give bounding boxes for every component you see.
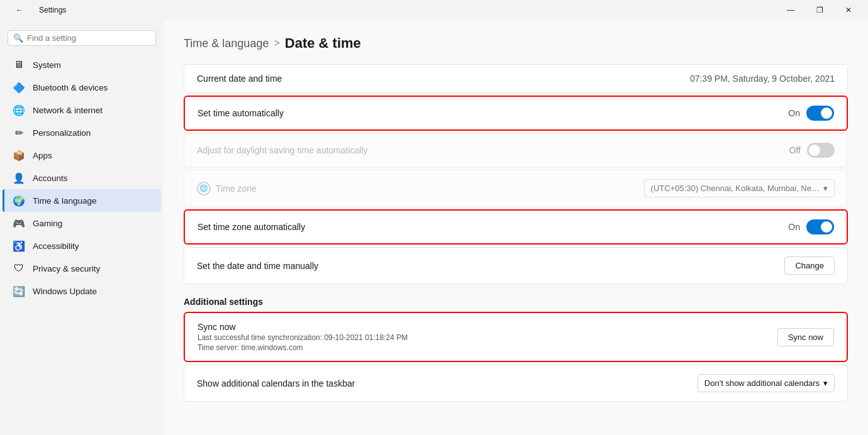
sync-info: Sync now Last successful time synchroniz… <box>198 322 408 352</box>
sidebar-item-personalization[interactable]: ✏Personalization <box>3 121 161 144</box>
sidebar-item-gaming[interactable]: 🎮Gaming <box>3 212 161 234</box>
calendars-label: Show additional calendars in the taskbar <box>197 378 355 388</box>
timezone-label: Time zone <box>216 184 257 194</box>
sidebar-item-label-network: Network & internet <box>33 106 103 115</box>
titlebar-controls: — ❐ ✕ <box>776 0 863 20</box>
sidebar-item-privacy[interactable]: 🛡Privacy & security <box>3 257 161 280</box>
sidebar-search-container[interactable]: 🔍 <box>8 30 156 46</box>
timezone-dropdown[interactable]: (UTC+05:30) Chennai, Kolkata, Mumbai, Ne… <box>644 179 835 197</box>
timezone-right: (UTC+05:30) Chennai, Kolkata, Mumbai, Ne… <box>644 179 835 197</box>
titlebar-left: ← Settings <box>5 0 66 20</box>
sidebar-item-label-system: System <box>33 60 61 70</box>
sidebar-item-label-apps: Apps <box>33 151 52 160</box>
calendars-right: Don't show additional calendars ▾ <box>698 374 835 392</box>
timezone-row: 🌐 Time zone (UTC+05:30) Chennai, Kolkata… <box>184 170 848 207</box>
titlebar-title: Settings <box>39 6 66 14</box>
current-date-row: Current date and time 07:39 PM, Saturday… <box>184 64 848 93</box>
personalization-icon: ✏ <box>13 126 25 139</box>
sidebar: 🔍 🖥System🔷Bluetooth & devices🌐Network & … <box>0 20 164 435</box>
toggle-thumb-tz <box>821 221 832 233</box>
daylight-toggle[interactable] <box>807 143 835 158</box>
sidebar-item-label-gaming: Gaming <box>33 219 62 228</box>
set-timezone-auto-label: Set time zone automatically <box>198 222 305 232</box>
set-time-auto-state: On <box>788 108 800 118</box>
breadcrumb-separator: > <box>274 38 279 49</box>
titlebar: ← Settings — ❐ ✕ <box>0 0 868 20</box>
daylight-row: Adjust for daylight saving time automati… <box>184 133 848 167</box>
timezone-value: (UTC+05:30) Chennai, Kolkata, Mumbai, Ne… <box>651 184 820 193</box>
gaming-icon: 🎮 <box>13 217 25 229</box>
set-time-auto-right: On <box>788 106 834 121</box>
close-button[interactable]: ✕ <box>834 0 863 20</box>
sidebar-item-timelang[interactable]: 🌍Time & language <box>3 189 161 212</box>
set-timezone-auto-row: Set time zone automatically On <box>184 209 848 245</box>
sidebar-item-network[interactable]: 🌐Network & internet <box>3 99 161 121</box>
sidebar-item-accessibility[interactable]: ♿Accessibility <box>3 234 161 257</box>
sidebar-item-system[interactable]: 🖥System <box>3 53 161 76</box>
toggle-thumb <box>821 107 832 119</box>
sync-now-card: Sync now Last successful time synchroniz… <box>184 312 848 362</box>
sidebar-item-label-accessibility: Accessibility <box>33 241 79 251</box>
sidebar-item-label-timelang: Time & language <box>33 196 97 206</box>
daylight-right: Off <box>789 143 835 158</box>
search-input[interactable] <box>27 33 150 43</box>
sidebar-item-bluetooth[interactable]: 🔷Bluetooth & devices <box>3 76 161 99</box>
set-manual-label: Set the date and time manually <box>197 261 318 271</box>
sidebar-item-label-accounts: Accounts <box>33 173 68 183</box>
breadcrumb-current: Date & time <box>285 35 361 52</box>
breadcrumb: Time & language > Date & time <box>184 35 848 52</box>
network-icon: 🌐 <box>13 104 25 116</box>
additional-settings-header: Additional settings <box>184 297 848 307</box>
set-manual-right: Change <box>784 256 835 275</box>
set-time-auto-label: Set time automatically <box>198 108 284 118</box>
breadcrumb-parent[interactable]: Time & language <box>184 37 269 50</box>
set-timezone-auto-toggle[interactable] <box>806 219 834 234</box>
timezone-label-container: 🌐 Time zone <box>197 182 257 195</box>
set-timezone-auto-right: On <box>788 219 834 234</box>
sidebar-item-label-winupdate: Windows Update <box>33 287 97 296</box>
current-date-value: 07:39 PM, Saturday, 9 October, 2021 <box>690 74 835 84</box>
apps-icon: 📦 <box>13 149 25 162</box>
sync-sub1: Last successful time synchronization: 09… <box>198 333 408 342</box>
timelang-icon: 🌍 <box>13 194 25 207</box>
sidebar-item-label-bluetooth: Bluetooth & devices <box>33 83 108 92</box>
winupdate-icon: 🔄 <box>13 285 25 297</box>
system-icon: 🖥 <box>13 58 25 71</box>
accessibility-icon: ♿ <box>13 240 25 252</box>
daylight-state: Off <box>789 145 801 155</box>
sync-sub2: Time server: time.windows.com <box>198 343 408 352</box>
sidebar-nav: 🖥System🔷Bluetooth & devices🌐Network & in… <box>0 53 164 302</box>
sync-title: Sync now <box>198 322 408 332</box>
toggle-thumb-daylight <box>809 145 820 156</box>
accounts-icon: 👤 <box>13 172 25 184</box>
bluetooth-icon: 🔷 <box>13 81 25 94</box>
sidebar-item-label-privacy: Privacy & security <box>33 264 100 273</box>
change-button[interactable]: Change <box>784 256 835 275</box>
maximize-button[interactable]: ❐ <box>805 0 834 20</box>
calendars-chevron-icon: ▾ <box>823 378 828 388</box>
set-manual-row: Set the date and time manually Change <box>184 247 848 284</box>
calendars-value: Don't show additional calendars <box>704 378 820 388</box>
set-time-auto-row: Set time automatically On <box>184 96 848 131</box>
back-button[interactable]: ← <box>5 0 34 20</box>
timezone-chevron-icon: ▾ <box>823 184 828 193</box>
daylight-label: Adjust for daylight saving time automati… <box>197 145 368 155</box>
privacy-icon: 🛡 <box>13 262 25 275</box>
sidebar-item-label-personalization: Personalization <box>33 128 91 138</box>
search-icon: 🔍 <box>13 33 23 43</box>
app-body: 🔍 🖥System🔷Bluetooth & devices🌐Network & … <box>0 20 868 435</box>
calendars-row: Show additional calendars in the taskbar… <box>184 365 848 402</box>
sidebar-item-winupdate[interactable]: 🔄Windows Update <box>3 280 161 302</box>
sidebar-item-apps[interactable]: 📦Apps <box>3 144 161 167</box>
timezone-globe-icon: 🌐 <box>197 182 211 195</box>
current-date-label: Current date and time <box>197 74 282 84</box>
main-content: Time & language > Date & time Current da… <box>164 20 868 435</box>
sidebar-item-accounts[interactable]: 👤Accounts <box>3 167 161 189</box>
set-timezone-auto-state: On <box>788 222 800 232</box>
sync-now-button[interactable]: Sync now <box>777 328 834 346</box>
calendars-dropdown[interactable]: Don't show additional calendars ▾ <box>698 374 835 392</box>
minimize-button[interactable]: — <box>776 0 805 20</box>
set-time-auto-toggle[interactable] <box>806 106 834 121</box>
